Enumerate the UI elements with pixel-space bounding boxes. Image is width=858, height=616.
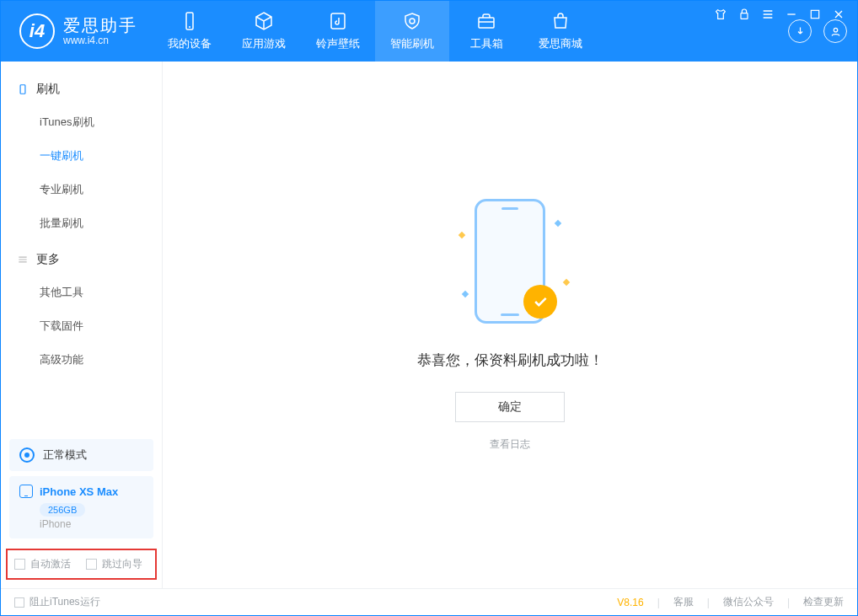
mode-card[interactable]: 正常模式 bbox=[9, 439, 153, 471]
checkbox-icon bbox=[14, 559, 25, 570]
app-name: 爱思助手 bbox=[63, 16, 137, 35]
svg-rect-7 bbox=[20, 85, 25, 94]
mode-indicator-icon bbox=[19, 447, 35, 463]
nav-apps-games[interactable]: 应用游戏 bbox=[227, 1, 301, 62]
nav-ringtones[interactable]: 铃声壁纸 bbox=[301, 1, 375, 62]
device-name: iPhone XS Max bbox=[40, 485, 118, 498]
close-button[interactable] bbox=[832, 8, 845, 21]
nav-label: 爱思商城 bbox=[539, 36, 582, 51]
cube-icon bbox=[252, 11, 276, 31]
nav-toolbox[interactable]: 工具箱 bbox=[449, 1, 523, 62]
minimize-button[interactable] bbox=[785, 8, 798, 21]
phone-icon bbox=[19, 485, 33, 498]
sidebar-scroll: 刷机 iTunes刷机 一键刷机 专业刷机 批量刷机 更多 其他工具 下载固件 … bbox=[1, 62, 162, 434]
nav-label: 我的设备 bbox=[168, 36, 212, 51]
toolbox-icon bbox=[475, 11, 498, 31]
logo-text: 爱思助手 www.i4.cn bbox=[63, 16, 137, 47]
version-label: V8.16 bbox=[617, 597, 643, 608]
sidebar: 刷机 iTunes刷机 一键刷机 专业刷机 批量刷机 更多 其他工具 下载固件 … bbox=[1, 62, 163, 588]
logo: i4 爱思助手 www.i4.cn bbox=[1, 13, 153, 49]
nav-label: 工具箱 bbox=[470, 36, 503, 51]
sidebar-item-itunes-flash[interactable]: iTunes刷机 bbox=[1, 105, 162, 139]
footer-link-update[interactable]: 检查更新 bbox=[803, 595, 844, 609]
sidebar-item-advanced[interactable]: 高级功能 bbox=[1, 343, 162, 377]
success-illustration bbox=[459, 199, 560, 334]
checkbox-icon bbox=[86, 559, 97, 570]
checkbox-label: 跳过向导 bbox=[102, 557, 142, 571]
sidebar-item-batch-flash[interactable]: 批量刷机 bbox=[1, 206, 162, 240]
checkmark-badge-icon bbox=[523, 285, 557, 319]
svg-rect-1 bbox=[811, 10, 818, 18]
svg-rect-0 bbox=[741, 13, 748, 19]
sidebar-bottom: 正常模式 iPhone XS Max 256GB iPhone 自动激活 bbox=[1, 434, 162, 588]
sparkle-icon bbox=[458, 231, 465, 238]
device-capacity-badge: 256GB bbox=[40, 503, 85, 517]
phone-outline-icon bbox=[16, 83, 29, 96]
mode-label: 正常模式 bbox=[43, 447, 87, 463]
app-window: i4 爱思助手 www.i4.cn 我的设备 应用游戏 铃声壁纸 bbox=[0, 0, 858, 616]
checkbox-skip-guide[interactable]: 跳过向导 bbox=[86, 557, 142, 571]
footer-link-wechat[interactable]: 微信公众号 bbox=[723, 595, 774, 609]
checkbox-icon bbox=[14, 597, 24, 608]
top-nav: 我的设备 应用游戏 铃声壁纸 智能刷机 工具箱 bbox=[153, 1, 598, 62]
sparkle-icon bbox=[555, 219, 561, 226]
window-controls bbox=[714, 8, 845, 21]
sidebar-item-oneclick-flash[interactable]: 一键刷机 bbox=[1, 139, 162, 173]
svg-rect-4 bbox=[331, 13, 345, 29]
group-title: 更多 bbox=[36, 252, 60, 267]
sidebar-group-more: 更多 bbox=[1, 240, 162, 276]
sparkle-icon bbox=[563, 278, 570, 285]
checkbox-auto-activate[interactable]: 自动激活 bbox=[14, 557, 71, 571]
app-url: www.i4.cn bbox=[63, 35, 137, 47]
menu-icon[interactable] bbox=[761, 8, 775, 21]
nav-my-device[interactable]: 我的设备 bbox=[153, 1, 227, 62]
nav-store[interactable]: 爱思商城 bbox=[523, 1, 598, 62]
sidebar-item-pro-flash[interactable]: 专业刷机 bbox=[1, 173, 162, 206]
sparkle-icon bbox=[462, 290, 469, 297]
svg-point-6 bbox=[834, 28, 837, 31]
checkbox-label: 阻止iTunes运行 bbox=[29, 595, 100, 609]
view-log-link[interactable]: 查看日志 bbox=[490, 437, 530, 452]
footer-link-support[interactable]: 客服 bbox=[673, 595, 694, 609]
device-icon bbox=[178, 11, 201, 31]
highlighted-options: 自动激活 跳过向导 bbox=[6, 549, 157, 580]
shirt-icon[interactable] bbox=[714, 8, 727, 21]
svg-point-3 bbox=[189, 26, 190, 28]
bag-icon bbox=[549, 11, 572, 31]
user-icon[interactable] bbox=[823, 19, 847, 43]
sidebar-item-other-tools[interactable]: 其他工具 bbox=[1, 276, 162, 309]
device-type: iPhone bbox=[40, 518, 143, 530]
nav-label: 应用游戏 bbox=[242, 36, 286, 51]
music-icon bbox=[326, 11, 350, 31]
header-right bbox=[788, 19, 857, 43]
checkbox-block-itunes[interactable]: 阻止iTunes运行 bbox=[14, 595, 100, 609]
main-content: 恭喜您，保资料刷机成功啦！ 确定 查看日志 bbox=[163, 62, 857, 588]
maximize-button[interactable] bbox=[808, 8, 822, 21]
nav-label: 智能刷机 bbox=[390, 36, 434, 51]
success-message: 恭喜您，保资料刷机成功啦！ bbox=[417, 351, 603, 370]
nav-smart-flash[interactable]: 智能刷机 bbox=[375, 1, 449, 62]
group-title: 刷机 bbox=[36, 82, 60, 97]
ok-button[interactable]: 确定 bbox=[455, 392, 565, 422]
download-icon[interactable] bbox=[788, 19, 812, 43]
sidebar-group-flash: 刷机 bbox=[1, 70, 162, 105]
logo-icon: i4 bbox=[19, 13, 55, 49]
more-icon bbox=[16, 253, 29, 266]
body: 刷机 iTunes刷机 一键刷机 专业刷机 批量刷机 更多 其他工具 下载固件 … bbox=[1, 62, 857, 588]
lock-icon[interactable] bbox=[737, 8, 751, 21]
nav-label: 铃声壁纸 bbox=[316, 36, 360, 51]
header: i4 爱思助手 www.i4.cn 我的设备 应用游戏 铃声壁纸 bbox=[1, 1, 857, 62]
checkbox-label: 自动激活 bbox=[30, 557, 71, 571]
refresh-shield-icon bbox=[400, 11, 424, 31]
status-bar: 阻止iTunes运行 V8.16 | 客服 | 微信公众号 | 检查更新 bbox=[1, 588, 857, 615]
svg-rect-5 bbox=[479, 18, 494, 28]
sidebar-item-download-firmware[interactable]: 下载固件 bbox=[1, 309, 162, 343]
device-card[interactable]: iPhone XS Max 256GB iPhone bbox=[9, 476, 153, 538]
